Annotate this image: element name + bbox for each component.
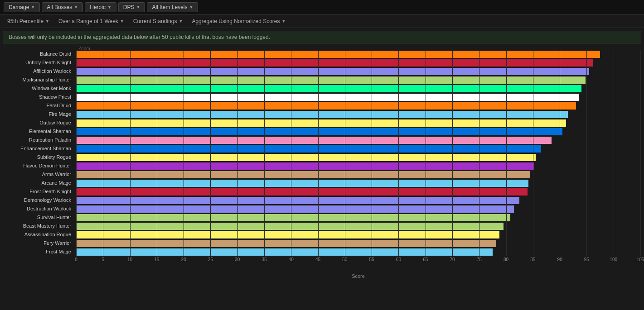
bar-label: Assassination Rogue xyxy=(4,230,74,239)
nav-btn-damage[interactable]: Damage ▼ xyxy=(4,2,40,12)
bars-and-grid: Balance DruidUnholy Death KnightAfflicti… xyxy=(76,50,640,256)
bar-row: Assassination Rogue xyxy=(76,230,640,239)
bar-label: Shadow Priest xyxy=(4,93,74,101)
bar-fill xyxy=(76,214,510,221)
bar-label: Demonology Warlock xyxy=(4,196,74,205)
bar-label: Windwalker Monk xyxy=(4,84,74,93)
bar-row: Frost Death Knight xyxy=(76,187,640,196)
top-nav: Damage ▼All Bosses ▼Heroic ▼DPS ▼All Ite… xyxy=(0,0,644,14)
nav-btn-all-bosses[interactable]: All Bosses ▼ xyxy=(42,2,83,12)
filter-btn-percentile[interactable]: 95th Percentile ▼ xyxy=(4,17,53,25)
bar-fill xyxy=(76,180,528,187)
bar-row: Survival Hunter xyxy=(76,213,640,222)
bar-fill xyxy=(76,197,519,204)
x-tick: 55 xyxy=(369,257,374,262)
x-tick: 105 xyxy=(637,257,644,262)
bar-row: Shadow Priest xyxy=(76,93,640,101)
x-tick: 60 xyxy=(396,257,401,262)
bar-label: Havoc Demon Hunter xyxy=(4,162,74,170)
bar-label: Balance Druid xyxy=(4,50,74,58)
bar-row: Unholy Death Knight xyxy=(76,58,640,67)
x-tick: 70 xyxy=(450,257,455,262)
x-tick: 40 xyxy=(289,257,294,262)
bar-row: Elemental Shaman xyxy=(76,127,640,136)
bar-row: Windwalker Monk xyxy=(76,84,640,93)
bar-row: Affliction Warlock xyxy=(76,67,640,76)
nav-btn-dps[interactable]: DPS ▼ xyxy=(118,2,145,12)
bar-label: Arms Warrior xyxy=(4,170,74,179)
bar-row: Fury Warrior xyxy=(76,239,640,248)
chart-grid-and-bars: Balance DruidUnholy Death KnightAfflicti… xyxy=(76,50,640,256)
x-tick: 100 xyxy=(610,257,617,262)
bar-fill xyxy=(76,119,566,127)
grid-line xyxy=(640,50,641,256)
bar-row: Arms Warrior xyxy=(76,170,640,179)
bar-row: Frost Mage xyxy=(76,248,640,256)
x-tick: 75 xyxy=(477,257,482,262)
filter-btn-range[interactable]: Over a Range of 1 Week ▼ xyxy=(55,17,128,25)
bar-row: Subtlety Rogue xyxy=(76,153,640,162)
x-tick: 5 xyxy=(102,257,105,262)
bar-label: Feral Druid xyxy=(4,101,74,110)
bar-fill xyxy=(76,128,562,135)
bar-fill xyxy=(76,162,534,170)
bar-fill xyxy=(76,205,514,213)
bar-fill xyxy=(76,76,586,84)
bar-row: Marksmanship Hunter xyxy=(76,76,640,84)
bar-row: Fire Mage xyxy=(76,110,640,119)
nav-btn-heroic[interactable]: Heroic ▼ xyxy=(85,2,116,12)
bar-label: Outlaw Rogue xyxy=(4,119,74,127)
bar-row: Beast Mastery Hunter xyxy=(76,222,640,230)
x-tick: 65 xyxy=(423,257,428,262)
info-box: Bosses will only be included in the aggr… xyxy=(3,31,641,43)
x-tick: 15 xyxy=(154,257,159,262)
bar-fill xyxy=(76,51,600,58)
filter-buttons: 95th Percentile ▼Over a Range of 1 Week … xyxy=(4,17,289,25)
x-tick: 10 xyxy=(127,257,132,262)
bar-label: Destruction Warlock xyxy=(4,205,74,213)
bar-label: Frost Mage xyxy=(4,248,74,256)
bar-fill xyxy=(76,59,593,67)
bar-fill xyxy=(76,171,530,178)
x-tick: 50 xyxy=(342,257,347,262)
nav-btn-all-item-levels[interactable]: All Item Levels ▼ xyxy=(147,2,198,12)
bar-fill xyxy=(76,85,581,92)
x-tick: 0 xyxy=(75,257,77,262)
bar-label: Arcane Mage xyxy=(4,179,74,187)
bar-label: Fury Warrior xyxy=(4,239,74,248)
x-tick: 85 xyxy=(530,257,535,262)
bar-row: Outlaw Rogue xyxy=(76,119,640,127)
bar-label: Fire Mage xyxy=(4,110,74,119)
bar-row: Destruction Warlock xyxy=(76,205,640,213)
bar-fill xyxy=(76,248,493,256)
nav-buttons: Damage ▼All Bosses ▼Heroic ▼DPS ▼All Ite… xyxy=(4,2,198,12)
x-tick: 45 xyxy=(315,257,320,262)
filter-btn-standings[interactable]: Current Standings ▼ xyxy=(130,17,187,25)
bar-label: Retribution Paladin xyxy=(4,136,74,144)
chart-container: Zoom Balance DruidUnholy Death KnightAff… xyxy=(4,46,640,282)
bar-fill xyxy=(76,154,536,161)
bar-label: Marksmanship Hunter xyxy=(4,76,74,84)
bar-fill xyxy=(76,137,552,144)
bar-fill xyxy=(76,188,528,196)
bar-row: Retribution Paladin xyxy=(76,136,640,144)
bar-label: Affliction Warlock xyxy=(4,67,74,76)
info-message: Bosses will only be included in the aggr… xyxy=(9,34,270,40)
bar-row: Demonology Warlock xyxy=(76,196,640,205)
bar-label: Frost Death Knight xyxy=(4,187,74,196)
bar-fill xyxy=(76,240,496,247)
filter-btn-aggregate[interactable]: Aggregate Using Normalized Scores ▼ xyxy=(188,17,289,25)
x-tick: 30 xyxy=(235,257,240,262)
bar-fill xyxy=(76,111,568,118)
bar-fill xyxy=(76,231,499,238)
bar-fill xyxy=(76,223,504,230)
bar-label: Beast Mastery Hunter xyxy=(4,222,74,230)
bar-fill xyxy=(76,94,579,101)
chart-wrapper: Balance DruidUnholy Death KnightAfflicti… xyxy=(4,50,640,279)
bar-label: Enhancement Shaman xyxy=(4,144,74,153)
bar-fill xyxy=(76,145,541,153)
bar-label: Subtlety Rogue xyxy=(4,153,74,162)
bar-label: Survival Hunter xyxy=(4,213,74,222)
bar-fill xyxy=(76,102,576,110)
bar-row: Arcane Mage xyxy=(76,179,640,187)
